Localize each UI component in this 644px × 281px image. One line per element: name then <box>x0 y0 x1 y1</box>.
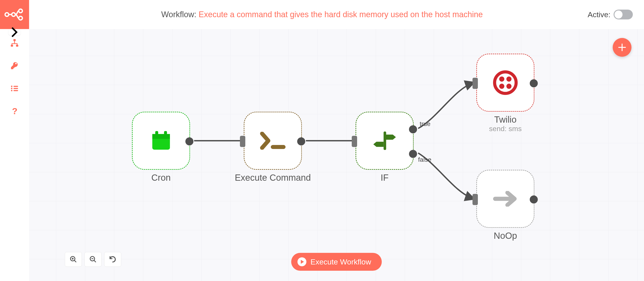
sidebar-expand-toggle[interactable] <box>8 29 20 35</box>
sidebar-item-credentials[interactable] <box>10 61 20 71</box>
sidebar-item-executions[interactable] <box>10 83 20 93</box>
svg-rect-17 <box>152 134 170 139</box>
zoom-in-icon <box>70 256 77 263</box>
node-label: IF <box>380 173 389 183</box>
output-true-label: true <box>420 120 430 128</box>
svg-rect-19 <box>164 131 167 136</box>
zoom-out-button[interactable] <box>84 252 102 267</box>
node-label: Execute Command <box>235 173 311 183</box>
svg-point-23 <box>499 77 504 82</box>
node-sublabel: send: sms <box>489 125 522 133</box>
question-icon: ? <box>11 106 18 116</box>
node-output-port[interactable] <box>297 137 305 145</box>
app-logo[interactable] <box>0 0 29 29</box>
branch-icon <box>372 128 397 153</box>
sidebar-item-help[interactable]: ? <box>10 106 20 116</box>
svg-rect-18 <box>155 131 158 136</box>
sitemap-icon <box>10 38 19 47</box>
chevron-right-icon <box>8 25 20 39</box>
key-icon <box>10 61 19 70</box>
list-icon <box>10 84 19 93</box>
add-node-button[interactable] <box>613 38 632 57</box>
zoom-in-button[interactable] <box>65 252 82 267</box>
svg-rect-11 <box>14 88 18 89</box>
execute-button-label: Execute Workflow <box>310 258 371 266</box>
n8n-logo-icon <box>4 8 24 21</box>
node-output-port[interactable] <box>530 79 538 87</box>
workflow-title[interactable]: Workflow: Execute a command that gives t… <box>161 10 483 19</box>
svg-line-33 <box>94 260 96 262</box>
output-false-label: false <box>418 156 431 163</box>
svg-rect-5 <box>11 45 13 46</box>
active-label: Active: <box>588 10 610 19</box>
svg-point-25 <box>499 84 504 89</box>
svg-point-22 <box>495 72 516 93</box>
node-input-port[interactable] <box>472 194 478 205</box>
svg-rect-4 <box>14 39 16 41</box>
node-cron[interactable]: Cron <box>132 112 190 170</box>
calendar-icon <box>149 129 173 153</box>
workflow-name: Execute a command that gives the hard di… <box>198 10 483 19</box>
svg-point-8 <box>11 88 12 89</box>
top-bar: Workflow: Execute a command that gives t… <box>0 0 644 29</box>
execute-workflow-button[interactable]: Execute Workflow <box>291 253 382 271</box>
svg-rect-6 <box>16 45 18 46</box>
node-label: Twilio send: sms <box>489 115 522 133</box>
svg-point-1 <box>12 13 15 16</box>
sidebar-item-workflows[interactable] <box>10 38 20 48</box>
play-icon <box>298 257 306 266</box>
node-input-port[interactable] <box>240 136 245 147</box>
terminal-icon <box>260 132 286 150</box>
svg-point-0 <box>5 13 9 16</box>
undo-icon <box>109 255 117 263</box>
svg-rect-10 <box>14 86 18 87</box>
node-input-port[interactable] <box>472 78 478 89</box>
arrow-right-icon <box>493 191 518 207</box>
svg-point-9 <box>11 90 12 91</box>
node-noop[interactable]: NoOp <box>476 170 534 228</box>
workflow-canvas[interactable]: Cron Execute Command true false IF <box>29 29 644 281</box>
twilio-icon <box>493 70 518 95</box>
svg-point-3 <box>19 16 22 20</box>
svg-rect-21 <box>384 132 386 150</box>
connections-layer <box>29 29 644 281</box>
node-label: NoOp <box>494 231 517 241</box>
svg-point-2 <box>19 9 22 13</box>
node-input-port[interactable] <box>352 136 357 147</box>
node-if[interactable]: true false IF <box>356 112 414 170</box>
sidebar: ? <box>0 29 29 281</box>
svg-line-29 <box>74 260 76 262</box>
svg-point-24 <box>506 77 512 82</box>
zoom-reset-button[interactable] <box>104 252 121 267</box>
zoom-controls <box>65 252 121 267</box>
node-output-true-port[interactable] <box>409 125 417 133</box>
active-toggle[interactable] <box>614 9 633 19</box>
node-twilio[interactable]: Twilio send: sms <box>476 54 534 112</box>
svg-rect-12 <box>14 90 18 91</box>
svg-point-7 <box>11 86 12 87</box>
node-label: Cron <box>152 173 171 183</box>
node-output-port[interactable] <box>185 137 194 145</box>
workflow-title-prefix: Workflow: <box>161 10 198 19</box>
svg-point-26 <box>506 84 512 89</box>
zoom-out-icon <box>89 256 97 263</box>
node-output-false-port[interactable] <box>409 150 417 158</box>
active-block: Active: <box>588 9 633 19</box>
svg-text:?: ? <box>12 106 18 116</box>
node-execute-command[interactable]: Execute Command <box>244 112 302 170</box>
node-output-port[interactable] <box>530 195 538 204</box>
plus-icon <box>618 43 626 52</box>
